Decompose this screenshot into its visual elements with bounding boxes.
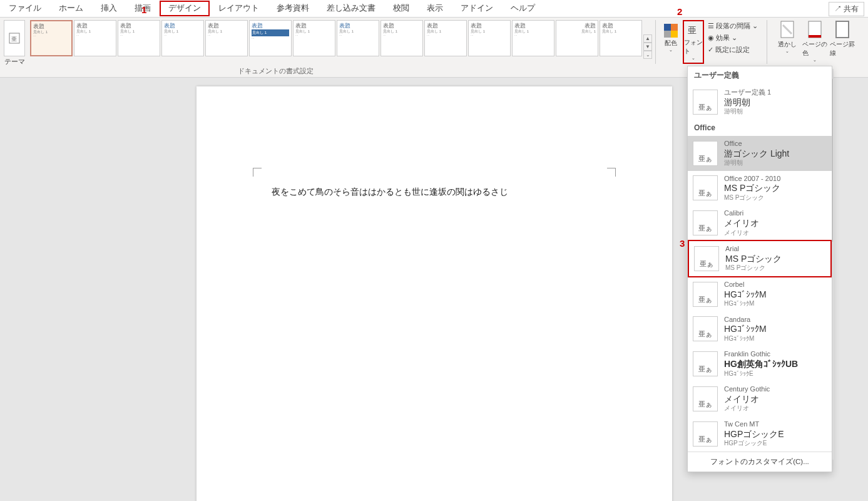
menu-help[interactable]: ヘルプ xyxy=(502,1,544,16)
annotation-3: 3 xyxy=(680,238,685,249)
styleset-item[interactable]: 表題見出し 1... xyxy=(512,20,554,56)
menu-insert[interactable]: 挿入 xyxy=(92,1,126,16)
styleset-item[interactable]: 表題見出し 1... xyxy=(249,20,292,56)
font-dropdown: ユーザー定義 亜ぁ ユーザー定義 1游明朝游明朝 Office 亜ぁ Offic… xyxy=(687,66,832,472)
font-thumb: 亜ぁ xyxy=(693,175,718,200)
svg-rect-11 xyxy=(836,21,849,38)
spacing-icon: ☰ xyxy=(708,22,714,30)
dropdown-section-office: Office xyxy=(688,120,832,136)
font-thumb: 亜ぁ xyxy=(693,90,718,115)
menu-design[interactable]: デザイン xyxy=(160,1,210,16)
font-thumb: 亜ぁ xyxy=(693,421,718,447)
crop-mark xyxy=(607,168,616,177)
font-thumb: 亜ぁ xyxy=(693,210,718,235)
ribbon-section-label: ドキュメントの書式設定 xyxy=(238,66,314,76)
menubar: ファイル ホーム 挿入 描画 デザイン レイアウト 参考資料 差し込み文書 校閲… xyxy=(0,0,868,18)
set-default-button[interactable]: ✓既定に設定 xyxy=(708,45,758,54)
fonts-icon: 亜 xyxy=(687,23,700,37)
page-color-button[interactable]: ページの色⌄ xyxy=(802,20,827,63)
font-option-tw-cen-mt[interactable]: 亜ぁ Tw Cen MTHGPゴシックEHGPゴシックE xyxy=(688,416,832,452)
menu-view[interactable]: 表示 xyxy=(418,1,452,16)
formatting-controls: 配色⌄ 亜 フォント⌄ ☰段落の間隔 ⌄ ◉効果 ⌄ ✓既定に設定 xyxy=(658,18,763,66)
font-option-century-gothic[interactable]: 亜ぁ Century Gothicメイリオメイリオ xyxy=(688,381,832,416)
font-customize-button[interactable]: フォントのカスタマイズ(C)... xyxy=(688,452,832,472)
styleset-item[interactable]: 表題見出し 1... xyxy=(337,20,379,56)
menu-home[interactable]: ホーム xyxy=(50,1,92,16)
styleset-item[interactable]: 表題見出し 1... xyxy=(468,20,511,56)
page-borders-button[interactable]: ページ罫線 xyxy=(830,20,855,63)
menu-references[interactable]: 参考資料 xyxy=(268,1,318,16)
themes-button[interactable]: 亜 xyxy=(4,20,25,56)
document-page[interactable]: 夜をこめて鳥のそら音ははかるとも世に逢坂の関はゆるさじ xyxy=(197,86,672,501)
themes-label: テーマ xyxy=(4,58,25,66)
menu-mailings[interactable]: 差し込み文書 xyxy=(318,1,384,16)
watermark-button[interactable]: 透かし⌄ xyxy=(775,20,800,63)
styleset-gallery: 表題見出し 1... 表題見出し 1... 表題見出し 1... 表題見出し 1… xyxy=(29,18,653,61)
svg-text:亜: 亜 xyxy=(688,25,697,35)
menu-file[interactable]: ファイル xyxy=(0,1,50,16)
font-option-corbel[interactable]: 亜ぁ CorbelHGｺﾞｼｯｸMHGｺﾞｼｯｸM xyxy=(688,277,832,312)
styleset-item[interactable]: 表題見出し 1... xyxy=(205,20,248,56)
effects-icon: ◉ xyxy=(708,34,714,42)
colors-icon xyxy=(664,24,678,38)
paragraph-spacing-button[interactable]: ☰段落の間隔 ⌄ xyxy=(708,21,758,31)
fonts-button[interactable]: 亜 フォント⌄ xyxy=(683,20,704,64)
font-thumb: 亜ぁ xyxy=(693,316,718,341)
dropdown-section-user: ユーザー定義 xyxy=(688,66,832,85)
svg-rect-5 xyxy=(671,31,678,38)
colors-button[interactable]: 配色⌄ xyxy=(660,20,682,56)
share-button[interactable]: ↗ 共有 xyxy=(829,2,864,16)
font-option-office[interactable]: 亜ぁ Office游ゴシック Light游明朝 xyxy=(688,136,832,171)
styleset-item[interactable]: 表題見出し 1... xyxy=(380,20,423,56)
document-text[interactable]: 夜をこめて鳥のそら音ははかるとも世に逢坂の関はゆるさじ xyxy=(272,187,597,198)
page-color-icon xyxy=(807,20,823,39)
styleset-item[interactable]: 表題見出し 1... xyxy=(293,20,335,56)
annotation-2: 2 xyxy=(677,6,682,17)
check-icon: ✓ xyxy=(708,46,713,54)
styleset-more[interactable]: ▲▼⌄ xyxy=(643,23,652,59)
page-borders-icon xyxy=(834,20,850,39)
font-option-candara[interactable]: 亜ぁ CandaraHGｺﾞｼｯｸMHGｺﾞｼｯｸM xyxy=(688,312,832,347)
styleset-item[interactable]: 表題見出し 1... xyxy=(118,20,160,56)
menu-addins[interactable]: アドイン xyxy=(452,1,502,16)
svg-text:亜: 亜 xyxy=(11,36,17,42)
font-thumb: 亜ぁ xyxy=(693,141,718,166)
svg-rect-2 xyxy=(664,24,671,31)
font-thumb: 亜ぁ xyxy=(693,282,718,307)
font-thumb: 亜ぁ xyxy=(693,386,718,411)
font-thumb: 亜ぁ xyxy=(693,351,718,376)
styleset-item[interactable]: 表題見出し 1... xyxy=(424,20,467,56)
styleset-item[interactable]: 表題見出し 1... xyxy=(161,20,204,56)
svg-rect-3 xyxy=(671,24,678,31)
format-options: ☰段落の間隔 ⌄ ◉効果 ⌄ ✓既定に設定 xyxy=(705,20,760,56)
effects-button[interactable]: ◉効果 ⌄ xyxy=(708,33,758,43)
page-background-group: 透かし⌄ ページの色⌄ ページ罫線 xyxy=(771,18,859,65)
svg-rect-10 xyxy=(809,35,821,38)
annotation-1: 1 xyxy=(141,4,146,15)
font-option-office-2007[interactable]: 亜ぁ Office 2007 - 2010MS PゴシックMS Pゴシック xyxy=(688,171,832,206)
menu-layout[interactable]: レイアウト xyxy=(210,1,268,16)
font-option-arial[interactable]: 亜ぁ ArialMS PゴシックMS Pゴシック xyxy=(688,240,832,277)
styleset-item[interactable]: 表題見出し 1 xyxy=(556,20,598,56)
crop-mark xyxy=(253,168,262,177)
styleset-item[interactable]: 表題見出し 1... xyxy=(30,20,73,56)
font-thumb: 亜ぁ xyxy=(694,246,719,271)
styleset-item[interactable]: 表題見出し 1 xyxy=(600,20,642,56)
styleset-item[interactable]: 表題見出し 1... xyxy=(74,20,116,56)
themes-group: 亜 テーマ xyxy=(0,18,29,69)
menu-review[interactable]: 校閲 xyxy=(384,1,418,16)
watermark-icon xyxy=(779,20,795,39)
font-option-franklin-gothic[interactable]: 亜ぁ Franklin GothicHG創英角ｺﾞｼｯｸUBHGｺﾞｼｯｸE xyxy=(688,346,832,381)
font-option-user-1[interactable]: 亜ぁ ユーザー定義 1游明朝游明朝 xyxy=(688,85,832,120)
svg-rect-4 xyxy=(664,31,671,38)
font-option-calibri[interactable]: 亜ぁ Calibriメイリオメイリオ xyxy=(688,205,832,240)
